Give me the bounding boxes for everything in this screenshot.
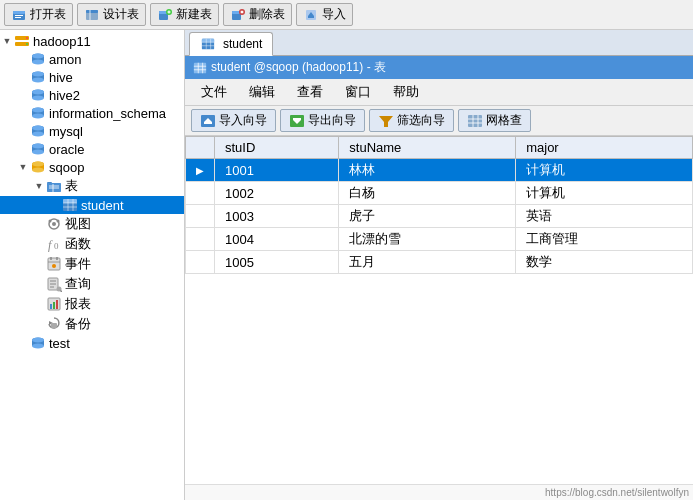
sidebar-item-hive[interactable]: ▶ hive: [0, 68, 184, 86]
sidebar-item-hive2[interactable]: ▶ hive2: [0, 86, 184, 104]
expand-arrow-hadoop11: ▼: [0, 34, 14, 48]
delete-table-label: 删除表: [249, 6, 285, 23]
cell-stuname[interactable]: 林林: [339, 159, 516, 182]
svg-rect-107: [293, 118, 301, 120]
export-wizard-icon: [289, 113, 305, 129]
db-icon-hive: [30, 69, 46, 85]
table-row[interactable]: 1002白杨计算机: [186, 182, 693, 205]
svg-point-27: [32, 54, 44, 59]
svg-rect-59: [63, 199, 77, 203]
delete-table-btn[interactable]: 删除表: [223, 3, 292, 26]
svg-rect-104: [204, 122, 212, 124]
svg-rect-84: [56, 300, 58, 309]
window-title-icon: [193, 60, 207, 75]
cell-stuid[interactable]: 1005: [215, 251, 339, 274]
sidebar-item-amon[interactable]: ▶ amon: [0, 50, 184, 68]
arrow-backup: ▶: [32, 317, 46, 331]
svg-point-46: [32, 150, 44, 155]
table-row[interactable]: 1005五月数学: [186, 251, 693, 274]
cell-stuname[interactable]: 虎子: [339, 205, 516, 228]
sidebar-item-hadoop11[interactable]: ▼ hadoop11: [0, 32, 184, 50]
tables-folder-label: 表: [65, 177, 78, 195]
reports-label: 报表: [65, 295, 91, 313]
sidebar-item-sqoop[interactable]: ▼ sqoop: [0, 158, 184, 176]
design-table-btn[interactable]: 设计表: [77, 3, 146, 26]
import-btn[interactable]: 导入: [296, 3, 353, 26]
watermark: https://blog.csdn.net/silentwolfyn: [185, 484, 693, 500]
grid-query-label: 网格查: [486, 112, 522, 129]
cell-major[interactable]: 工商管理: [516, 228, 693, 251]
menu-edit[interactable]: 编辑: [239, 81, 285, 103]
cell-major[interactable]: 英语: [516, 205, 693, 228]
export-wizard-btn[interactable]: 导出向导: [280, 109, 365, 132]
cell-major[interactable]: 数学: [516, 251, 693, 274]
col-major[interactable]: major: [516, 137, 693, 159]
arrow-sqoop: ▼: [16, 160, 30, 174]
cell-stuname[interactable]: 白杨: [339, 182, 516, 205]
hive-label: hive: [49, 70, 73, 85]
svg-point-51: [32, 162, 44, 167]
hadoop11-label: hadoop11: [33, 34, 91, 49]
hive2-label: hive2: [49, 88, 80, 103]
cell-stuname[interactable]: 北漂的雪: [339, 228, 516, 251]
open-table-icon: [11, 7, 27, 23]
svg-rect-19: [308, 16, 314, 18]
open-table-btn[interactable]: 打开表: [4, 3, 73, 26]
table-row[interactable]: 1003虎子英语: [186, 205, 693, 228]
import-wizard-label: 导入向导: [219, 112, 267, 129]
table-row[interactable]: 1004北漂的雪工商管理: [186, 228, 693, 251]
svg-point-65: [52, 222, 56, 226]
col-stuid[interactable]: stuID: [215, 137, 339, 159]
window-title-text: student @sqoop (hadoop11) - 表: [211, 59, 386, 76]
table-row[interactable]: ▶1001林林计算机: [186, 159, 693, 182]
sidebar-item-events[interactable]: ▶ 事件: [0, 254, 184, 274]
menu-window[interactable]: 窗口: [335, 81, 381, 103]
sidebar-item-tables-folder[interactable]: ▼ 表: [0, 176, 184, 196]
svg-point-23: [26, 43, 28, 45]
col-stuname[interactable]: stuName: [339, 137, 516, 159]
row-arrow: [186, 182, 215, 205]
sidebar-item-test[interactable]: ▶ test: [0, 334, 184, 352]
content-area: student @sqoop (hadoop11) - 表 文件 编辑 查看 窗…: [185, 56, 693, 500]
sidebar-item-information-schema[interactable]: ▶ information_schema: [0, 104, 184, 122]
cell-major[interactable]: 计算机: [516, 159, 693, 182]
filter-wizard-btn[interactable]: 筛选向导: [369, 109, 454, 132]
svg-point-43: [32, 126, 44, 131]
sidebar-item-views[interactable]: ▶ 视图: [0, 214, 184, 234]
svg-text:0: 0: [54, 241, 59, 251]
arrow-queries: ▶: [32, 277, 46, 291]
menu-help[interactable]: 帮助: [383, 81, 429, 103]
design-table-label: 设计表: [103, 6, 139, 23]
svg-point-74: [52, 264, 56, 268]
cell-major[interactable]: 计算机: [516, 182, 693, 205]
cell-stuid[interactable]: 1001: [215, 159, 339, 182]
import-wizard-btn[interactable]: 导入向导: [191, 109, 276, 132]
svg-line-80: [61, 291, 63, 293]
new-table-btn[interactable]: 新建表: [150, 3, 219, 26]
svg-rect-2: [15, 15, 23, 16]
arrow-oracle: ▶: [16, 142, 30, 156]
svg-point-30: [32, 78, 44, 83]
svg-point-67: [57, 220, 60, 223]
svg-point-42: [32, 132, 44, 137]
cell-stuid[interactable]: 1003: [215, 205, 339, 228]
menu-file[interactable]: 文件: [191, 81, 237, 103]
sidebar-item-functions[interactable]: ▶ f 0 函数: [0, 234, 184, 254]
cell-stuid[interactable]: 1004: [215, 228, 339, 251]
student-tab[interactable]: student: [189, 32, 273, 56]
sidebar-item-student-table[interactable]: ▶ student: [0, 196, 184, 214]
sidebar-item-reports[interactable]: ▶ 报表: [0, 294, 184, 314]
db-icon-amon: [30, 51, 46, 67]
views-label: 视图: [65, 215, 91, 233]
row-arrow: [186, 251, 215, 274]
grid-query-btn[interactable]: 网格查: [458, 109, 531, 132]
sidebar-item-backup[interactable]: ▶ 备份: [0, 314, 184, 334]
cell-stuname[interactable]: 五月: [339, 251, 516, 274]
server-icon: [14, 33, 30, 49]
sidebar-item-queries[interactable]: ▶ 查询: [0, 274, 184, 294]
menu-view[interactable]: 查看: [287, 81, 333, 103]
row-arrow: [186, 228, 215, 251]
cell-stuid[interactable]: 1002: [215, 182, 339, 205]
sidebar-item-mysql[interactable]: ▶ mysql: [0, 122, 184, 140]
sidebar-item-oracle[interactable]: ▶ oracle: [0, 140, 184, 158]
